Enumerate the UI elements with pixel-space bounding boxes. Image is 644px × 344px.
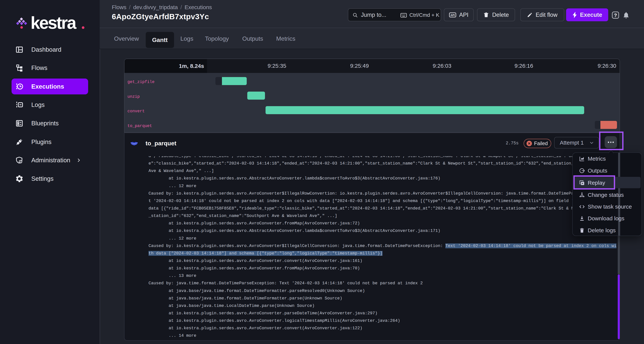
svg-text:API: API [450, 14, 455, 17]
